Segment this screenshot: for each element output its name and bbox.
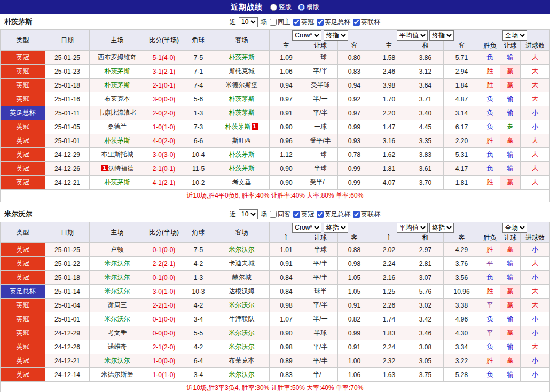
team-label: 斯旺西 [232, 137, 252, 144]
result-outcome: 平 [480, 299, 500, 312]
facup-checkbox[interactable] [317, 19, 324, 26]
layout-option-horizontal[interactable]: 横版 [298, 3, 319, 12]
result-outcome: 负 [480, 120, 500, 134]
asian-home-odds: 0.89 [270, 354, 303, 368]
result-outcome: 负 [480, 92, 500, 106]
near-label: 近 [230, 18, 236, 27]
home-team: 1沃特福德 [90, 162, 145, 176]
team-label: 朴茨茅斯 [229, 109, 255, 116]
average-select[interactable]: 平均值 [397, 223, 428, 233]
asian-home-odds: 0.84 [270, 271, 303, 285]
league-filter-championship[interactable]: 英冠 [293, 18, 314, 27]
avg-home-odds: 2.46 [371, 65, 407, 79]
eflcup-checkbox[interactable] [353, 19, 360, 26]
league-badge: 英冠 [1, 354, 45, 368]
facup-checkbox[interactable] [317, 211, 324, 218]
avg-away-odds: 4.87 [444, 92, 480, 106]
avg-away-odds: 3.14 [444, 106, 480, 120]
match-date: 24-12-26 [45, 340, 90, 354]
league-filter-eflcup[interactable]: 英联杯 [353, 210, 380, 219]
layout-option-vertical[interactable]: 竖版 [270, 3, 292, 12]
avg-away-odds: 4.30 [444, 326, 480, 340]
championship-checkbox[interactable] [293, 211, 300, 218]
europe-odds-time-select[interactable]: 终指 [429, 223, 454, 233]
asian-away-odds: 0.78 [338, 148, 371, 162]
avg-home-odds: 2.24 [371, 340, 407, 354]
asian-away-odds: 1.05 [338, 285, 371, 299]
result-goals: 大 [521, 162, 550, 176]
scope-select[interactable]: 全场 [502, 30, 527, 41]
bookmaker-select[interactable]: Crow* [292, 30, 321, 41]
result-handicap: 输 [500, 257, 521, 271]
team-label: 朴茨茅斯 [229, 151, 255, 158]
championship-checkbox[interactable] [293, 19, 300, 26]
avg-away-odds: 1.84 [444, 79, 480, 92]
league-badge: 英冠 [1, 326, 45, 340]
avg-away-odds: 2.94 [444, 65, 480, 79]
result-goals: 大 [521, 51, 550, 65]
result-handicap: 输 [500, 51, 521, 65]
match-row: 英冠25-01-25西布罗姆维奇5-1(4-0)7-5朴茨茅斯1.09一球0.8… [1, 51, 550, 65]
avg-draw-odds: 3.07 [407, 271, 444, 285]
avg-away-odds: 1.81 [444, 176, 480, 190]
team-name: 米尔沃尔 [4, 209, 32, 219]
team-filterbar: 米尔沃尔 近 10 场 同客 英冠 英足总杯 英联杯 [0, 207, 550, 222]
match-row: 英冠25-01-18朴茨茅斯2-1(0-1)7-4米德尔斯堡0.94受半球0.9… [1, 79, 550, 92]
team-label: 米尔沃尔 [229, 343, 255, 350]
corners: 10-3 [183, 285, 214, 299]
away-team: 米尔沃尔 [214, 243, 270, 257]
avg-home-odds: 1.58 [371, 51, 407, 65]
result-goals: 大 [521, 79, 550, 92]
result-outcome: 平 [480, 257, 500, 271]
col-result: 胜负 [480, 41, 500, 51]
same-side-checkbox[interactable] [270, 211, 277, 218]
col-result: 胜负 [480, 233, 500, 243]
europe-odds-time-select[interactable]: 终指 [429, 30, 454, 41]
handicap: 一球 [303, 148, 338, 162]
col-asian-home: 主 [270, 41, 303, 51]
league-filter-facup[interactable]: 英足总杯 [317, 210, 350, 219]
col-asian-away: 客 [338, 233, 371, 243]
avg-away-odds: 4.96 [444, 312, 480, 326]
league-filter-facup[interactable]: 英足总杯 [317, 18, 350, 27]
league-badge: 英冠 [1, 120, 45, 134]
team-label: 布里斯托城 [101, 151, 133, 158]
team-label: 朴茨茅斯 [105, 178, 130, 186]
avg-draw-odds: 3.02 [407, 299, 444, 312]
average-select[interactable]: 平均值 [397, 30, 428, 41]
result-goals: 小 [521, 120, 550, 134]
match-row: 英冠25-01-25卢顿0-1(0-0)7-5米尔沃尔1.01半球0.882.0… [1, 243, 550, 257]
home-team: 布莱克本 [90, 92, 145, 106]
result-handicap: 走 [500, 120, 521, 134]
away-team: 米尔沃尔 [214, 299, 270, 312]
handicap: 平/半 [303, 340, 338, 354]
scope-select[interactable]: 全场 [502, 223, 527, 233]
match-date: 24-12-26 [45, 162, 90, 176]
col-corner: 角球 [183, 222, 214, 243]
eflcup-checkbox[interactable] [353, 211, 360, 218]
match-count-select[interactable]: 10 [239, 17, 258, 27]
avg-draw-odds: 2.81 [407, 257, 444, 271]
asian-odds-time-select[interactable]: 终指 [324, 30, 348, 41]
avg-draw-odds: 3.42 [407, 312, 444, 326]
score: 1-0(1-0) [145, 120, 183, 134]
league-filter-eflcup[interactable]: 英联杯 [353, 18, 380, 27]
corners: 5-6 [183, 92, 214, 106]
same-side-checkbox[interactable] [270, 19, 277, 26]
result-goals: 大 [521, 65, 550, 79]
same-side-filter[interactable]: 同主 [270, 18, 290, 27]
league-filter-championship[interactable]: 英冠 [293, 210, 314, 219]
team-name: 朴茨茅斯 [4, 17, 32, 27]
vertical-radio[interactable] [270, 4, 277, 11]
same-side-filter[interactable]: 同客 [270, 210, 290, 219]
match-count-select[interactable]: 10 [239, 209, 258, 219]
handicap: 一球 [303, 120, 338, 134]
result-outcome: 负 [480, 148, 500, 162]
asian-home-odds: 1.06 [270, 65, 303, 79]
avg-away-odds: 3.76 [444, 257, 480, 271]
bookmaker-select[interactable]: Crow* [292, 223, 321, 233]
asian-away-odds: 0.91 [338, 340, 371, 354]
home-team: 米尔沃尔 [90, 271, 145, 285]
horizontal-radio[interactable] [298, 4, 305, 11]
asian-odds-time-select[interactable]: 终指 [324, 223, 348, 233]
